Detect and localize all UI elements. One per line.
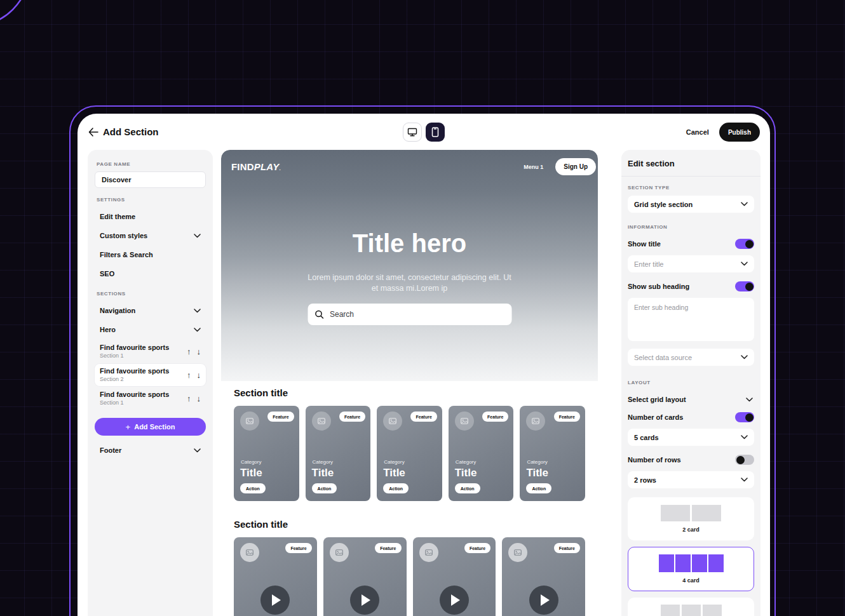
sidebar-item-filters-search[interactable]: Filters & Search bbox=[95, 245, 206, 264]
feature-badge: Feature bbox=[267, 412, 294, 422]
page-background: Add Section Cancel Publish PAGE NAME SET… bbox=[0, 0, 845, 616]
3-card-thumbnail bbox=[661, 605, 722, 616]
hero-search-bar[interactable] bbox=[308, 304, 511, 325]
back-arrow-icon[interactable] bbox=[87, 126, 100, 138]
play-button bbox=[529, 586, 558, 615]
image-placeholder-icon bbox=[383, 412, 402, 431]
page-name-input[interactable] bbox=[95, 171, 206, 188]
hero-title: Title hero bbox=[221, 229, 598, 258]
card-category: Category bbox=[456, 459, 476, 465]
move-down-icon[interactable]: ↓ bbox=[197, 370, 201, 380]
data-source-dropdown[interactable]: Select data source bbox=[628, 349, 754, 366]
layout-option-3-card[interactable]: 3 card bbox=[628, 598, 754, 616]
chevron-down-icon bbox=[741, 355, 748, 359]
sidebar-item-custom-styles[interactable]: Custom styles bbox=[95, 226, 206, 245]
play-icon bbox=[272, 594, 281, 606]
rows-count-dropdown[interactable]: 2 rows bbox=[628, 471, 754, 488]
sidebar-item-edit-theme[interactable]: Edit theme bbox=[95, 207, 206, 226]
number-of-rows-toggle[interactable] bbox=[735, 455, 754, 465]
select-grid-layout-row[interactable]: Select grid layout bbox=[628, 396, 753, 403]
cards-count-dropdown[interactable]: 5 cards bbox=[628, 429, 754, 446]
preview-navbar: FINDPLAY. Menu 1 Sign Up bbox=[231, 158, 596, 175]
video-card[interactable]: Feature bbox=[323, 537, 407, 616]
section-item-3[interactable]: Find favourite sports Section 1 ↑ ↓ bbox=[95, 387, 206, 410]
grid-section-2: Section title Feature Feature Featu bbox=[221, 519, 598, 616]
hero-section: FINDPLAY. Menu 1 Sign Up Title hero Lore… bbox=[221, 150, 598, 381]
card-category: Category bbox=[241, 459, 261, 465]
sidebar-item-navigation[interactable]: Navigation bbox=[95, 301, 206, 320]
add-section-button[interactable]: + Add Section bbox=[95, 418, 206, 436]
feature-badge: Feature bbox=[554, 412, 580, 422]
number-of-cards-toggle[interactable] bbox=[735, 412, 754, 422]
image-placeholder-icon bbox=[419, 543, 438, 562]
hero-subtitle: Lorem ipsum dolor sit amet, consectetur … bbox=[305, 272, 515, 294]
play-icon bbox=[541, 594, 550, 606]
grid-card[interactable]: Feature Category Title Action bbox=[234, 406, 299, 501]
card-title: Title bbox=[383, 467, 405, 479]
chevron-down-icon bbox=[194, 234, 201, 238]
video-card[interactable]: Feature bbox=[234, 537, 317, 616]
section-item-2-selected[interactable]: Find favourite sports Section 2 ↑ ↓ bbox=[95, 364, 206, 386]
desktop-preview-button[interactable] bbox=[403, 123, 422, 142]
mobile-preview-button[interactable] bbox=[426, 123, 445, 142]
image-placeholder-icon bbox=[330, 543, 349, 562]
move-up-icon[interactable]: ↑ bbox=[187, 370, 191, 380]
feature-badge: Feature bbox=[410, 412, 436, 422]
grid-card[interactable]: Feature Category Title Action bbox=[449, 406, 514, 501]
show-subheading-label: Show sub heading bbox=[628, 283, 689, 290]
feature-badge: Feature bbox=[464, 543, 490, 553]
feature-badge: Feature bbox=[554, 543, 580, 553]
sidebar-item-hero[interactable]: Hero bbox=[95, 320, 206, 339]
edit-section-title: Edit section bbox=[628, 150, 754, 176]
device-preview-toggle bbox=[403, 123, 445, 142]
chevron-down-icon bbox=[741, 202, 748, 206]
card-action-button[interactable]: Action bbox=[526, 483, 551, 493]
move-down-icon[interactable]: ↓ bbox=[197, 394, 201, 403]
card-action-button[interactable]: Action bbox=[383, 483, 409, 493]
move-up-icon[interactable]: ↑ bbox=[187, 394, 191, 403]
section-2-title: Section title bbox=[234, 519, 585, 530]
chevron-down-icon bbox=[741, 478, 748, 482]
settings-label: SETTINGS bbox=[97, 197, 206, 203]
card-action-button[interactable]: Action bbox=[455, 483, 480, 493]
2-card-thumbnail bbox=[661, 505, 721, 521]
chevron-down-icon bbox=[741, 262, 748, 266]
search-input[interactable] bbox=[328, 309, 504, 319]
layout-label: LAYOUT bbox=[628, 380, 754, 385]
image-placeholder-icon bbox=[526, 412, 545, 431]
video-card[interactable]: Feature bbox=[502, 537, 585, 616]
grid-card[interactable]: Feature Category Title Action bbox=[377, 406, 442, 501]
menu-1-link[interactable]: Menu 1 bbox=[524, 164, 543, 170]
subheading-textarea[interactable] bbox=[628, 298, 754, 341]
card-title: Title bbox=[526, 467, 548, 479]
grid-card[interactable]: Feature Category Title Action bbox=[306, 406, 371, 501]
enter-title-dropdown[interactable]: Enter title bbox=[628, 255, 754, 272]
layout-option-2-card[interactable]: 2 card bbox=[628, 497, 754, 540]
number-of-cards-label: Number of cards bbox=[628, 413, 683, 421]
show-subheading-toggle[interactable] bbox=[735, 281, 754, 291]
desktop-monitor-icon bbox=[407, 128, 417, 137]
video-card[interactable]: Feature bbox=[413, 537, 496, 616]
sign-up-button[interactable]: Sign Up bbox=[555, 158, 596, 175]
move-down-icon[interactable]: ↓ bbox=[197, 347, 201, 356]
sidebar-item-footer[interactable]: Footer bbox=[95, 441, 206, 460]
card-action-button[interactable]: Action bbox=[240, 483, 266, 493]
image-placeholder-icon bbox=[240, 412, 259, 431]
move-up-icon[interactable]: ↑ bbox=[187, 347, 191, 356]
page-title: Add Section bbox=[103, 126, 159, 137]
decorative-corner-arc bbox=[0, 0, 76, 76]
sections-label: SECTIONS bbox=[97, 291, 206, 297]
cancel-button[interactable]: Cancel bbox=[686, 128, 709, 136]
grid-card[interactable]: Feature Category Title Action bbox=[520, 406, 585, 501]
image-placeholder-icon bbox=[455, 412, 474, 431]
information-label: INFORMATION bbox=[628, 224, 754, 230]
play-button bbox=[440, 586, 469, 615]
section-type-dropdown[interactable]: Grid style section bbox=[628, 196, 754, 213]
sidebar-item-seo[interactable]: SEO bbox=[95, 264, 206, 283]
show-title-toggle[interactable] bbox=[735, 239, 754, 249]
layout-option-4-card-selected[interactable]: 4 card bbox=[628, 547, 754, 591]
section-item-1[interactable]: Find favourite sports Section 1 ↑ ↓ bbox=[95, 340, 206, 363]
publish-button[interactable]: Publish bbox=[719, 123, 760, 142]
section-type-label: SECTION TYPE bbox=[628, 185, 754, 191]
card-action-button[interactable]: Action bbox=[312, 483, 337, 493]
